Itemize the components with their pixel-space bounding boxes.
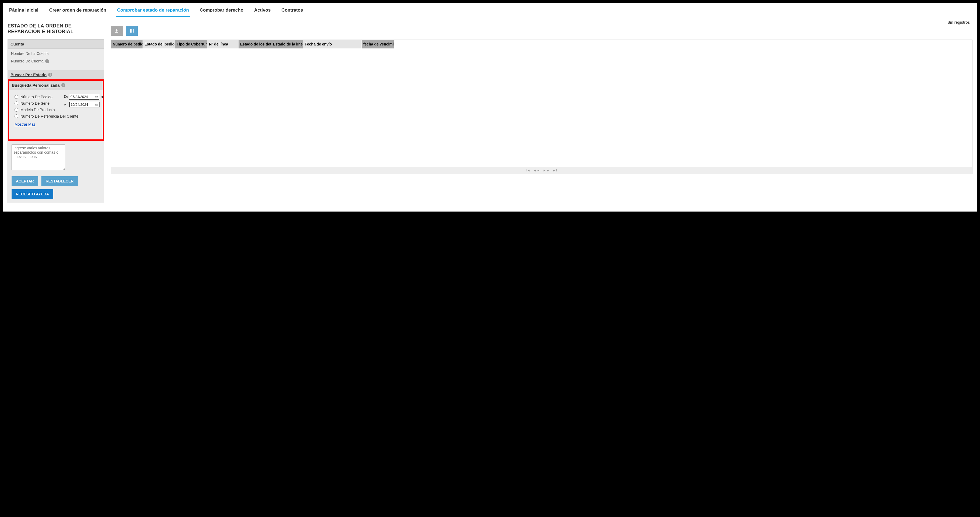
- account-name-label: Nombre De La Cuenta: [11, 51, 49, 56]
- radio-label-3: Número De Referencia Del Cliente: [21, 114, 78, 118]
- radio-2[interactable]: [14, 108, 18, 112]
- lower-sidebar: ACEPTAR RESTABLECER NECESITO AYUDA: [8, 141, 104, 203]
- column-header-7[interactable]: fecha de vencimie: [362, 40, 394, 48]
- column-header-6[interactable]: Fecha de envío: [303, 40, 362, 48]
- columns-button[interactable]: [126, 26, 138, 36]
- page-title: ESTADO DE LA ORDEN DE REPARACIÓN E HISTO…: [8, 23, 104, 34]
- radio-row-3: Número De Referencia Del Cliente: [14, 114, 100, 118]
- nav-tab-2[interactable]: Comprobar estado de reparación: [116, 5, 190, 17]
- account-body: Nombre De La Cuenta Número De Cuenta i: [8, 49, 104, 70]
- column-header-5[interactable]: Estado de la línea: [271, 40, 303, 48]
- column-header-4[interactable]: Estado de los detal: [239, 40, 271, 48]
- main-area: Sin registros Número de pedidoEstado del…: [111, 20, 972, 174]
- custom-search-body: Número De PedidoNúmero De SerieModelo De…: [9, 90, 103, 129]
- account-number-row: Número De Cuenta i: [11, 59, 101, 63]
- collapse-caret-icon[interactable]: ◂: [101, 94, 103, 100]
- date-to-value: 10/24/2024: [71, 102, 88, 107]
- search-by-status-head[interactable]: Buscar Por Estado i: [8, 70, 104, 80]
- download-icon: [114, 29, 119, 34]
- info-icon[interactable]: i: [45, 59, 49, 63]
- nav-tab-1[interactable]: Crear orden de reparación: [48, 5, 108, 17]
- toolbar: [111, 26, 972, 36]
- nav-tab-4[interactable]: Activos: [253, 5, 272, 17]
- sidebar: Cuenta Nombre De La Cuenta Número De Cue…: [8, 39, 104, 203]
- search-by-status-title: Buscar Por Estado: [11, 72, 46, 77]
- app-root: Página inicialCrear orden de reparaciónC…: [2, 2, 978, 212]
- info-icon[interactable]: i: [61, 83, 65, 87]
- radio-3[interactable]: [14, 114, 18, 118]
- button-row: ACEPTAR RESTABLECER: [11, 176, 100, 186]
- nav-tabs: Página inicialCrear orden de reparaciónC…: [3, 3, 977, 17]
- help-button[interactable]: NECESITO AYUDA: [11, 189, 53, 199]
- svg-rect-0: [130, 29, 131, 33]
- nav-tab-3[interactable]: Comprobar derecho: [199, 5, 245, 17]
- nav-tab-5[interactable]: Contratos: [280, 5, 304, 17]
- grid-body: [111, 48, 972, 167]
- body-row: ESTADO DE LA ORDEN DE REPARACIÓN E HISTO…: [3, 17, 977, 208]
- pager-first-icon[interactable]: I◄: [526, 169, 531, 172]
- radio-row-2: Modelo De Producto: [14, 108, 100, 112]
- date-from-label: De: [64, 95, 68, 99]
- account-title: Cuenta: [11, 42, 24, 46]
- custom-search-title: Búsqueda Personalizada: [12, 83, 60, 88]
- radio-0[interactable]: [14, 95, 18, 99]
- show-more-link[interactable]: Mostrar Más: [14, 122, 35, 126]
- date-to-label: A: [64, 103, 68, 107]
- calendar-icon: ▭: [95, 95, 98, 99]
- grid: Número de pedidoEstado del pedidoTipo de…: [111, 40, 972, 174]
- date-from-value: 07/24/2024: [70, 95, 88, 99]
- account-number-label: Número De Cuenta: [11, 59, 44, 63]
- custom-search-highlight: Búsqueda Personalizada i Número De Pedid…: [8, 80, 104, 141]
- date-block: De 07/24/2024 ▭ ◂ A 10/24/2024: [64, 94, 104, 107]
- column-header-0[interactable]: Número de pedido: [111, 40, 143, 48]
- radio-label-0: Número De Pedido: [21, 95, 52, 99]
- no-records-label: Sin registros: [111, 20, 972, 24]
- download-button[interactable]: [111, 26, 123, 36]
- date-to-row: A 10/24/2024 ▭: [64, 102, 103, 107]
- nav-tab-0[interactable]: Página inicial: [8, 5, 40, 17]
- multi-value-input[interactable]: [11, 145, 65, 170]
- grid-header-row: Número de pedidoEstado del pedidoTipo de…: [111, 40, 972, 48]
- accept-button[interactable]: ACEPTAR: [11, 176, 38, 186]
- reset-button[interactable]: RESTABLECER: [41, 176, 78, 186]
- radio-label-2: Modelo De Producto: [21, 108, 55, 112]
- columns-icon: [129, 29, 134, 34]
- pager-last-icon[interactable]: ►I: [553, 169, 557, 172]
- date-from-row: De 07/24/2024 ▭ ◂: [64, 94, 103, 100]
- date-from-input[interactable]: 07/24/2024 ▭: [69, 94, 99, 100]
- info-icon[interactable]: i: [48, 73, 52, 77]
- date-to-input[interactable]: 10/24/2024 ▭: [69, 102, 100, 107]
- svg-rect-2: [133, 29, 134, 33]
- radio-label-1: Número De Serie: [21, 101, 49, 105]
- account-name-row: Nombre De La Cuenta: [11, 51, 101, 56]
- calendar-icon: ▭: [95, 103, 98, 107]
- column-header-3[interactable]: Nº de línea: [207, 40, 239, 48]
- column-header-2[interactable]: Tipo de Cobertura: [175, 40, 207, 48]
- pager: I◄ ◄◄ ►► ►I: [111, 167, 972, 174]
- radio-1[interactable]: [14, 102, 18, 105]
- account-section-head: Cuenta: [8, 40, 104, 49]
- sidebar-column: ESTADO DE LA ORDEN DE REPARACIÓN E HISTO…: [8, 20, 104, 203]
- pager-prev-icon[interactable]: ◄◄: [533, 169, 540, 172]
- svg-rect-1: [132, 29, 132, 33]
- column-header-1[interactable]: Estado del pedido: [143, 40, 175, 48]
- custom-search-head[interactable]: Búsqueda Personalizada i: [9, 81, 103, 90]
- pager-next-icon[interactable]: ►►: [543, 169, 550, 172]
